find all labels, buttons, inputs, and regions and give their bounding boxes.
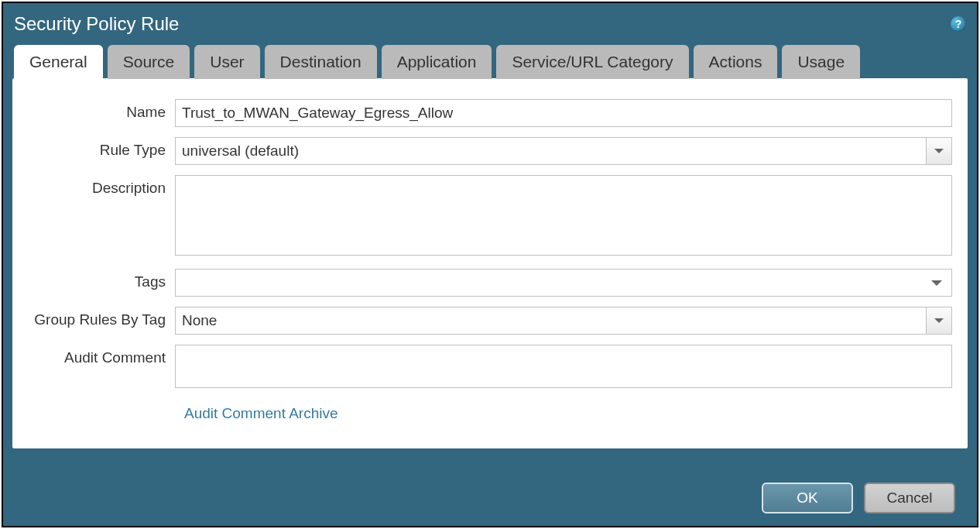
label-name: Name <box>28 99 175 121</box>
form-row-rule-type: Rule Type universal (default) <box>28 137 952 165</box>
dialog-footer: OK Cancel <box>3 469 977 526</box>
tab-general[interactable]: General <box>14 45 103 79</box>
tab-destination[interactable]: Destination <box>265 45 377 79</box>
label-rule-type: Rule Type <box>28 137 175 159</box>
form-row-audit-comment: Audit Comment <box>28 345 952 391</box>
dialog-title: Security Policy Rule <box>14 13 179 35</box>
chevron-down-icon <box>934 318 944 323</box>
rule-type-trigger[interactable] <box>926 137 952 165</box>
description-input[interactable] <box>175 175 952 256</box>
ok-button[interactable]: OK <box>762 483 853 514</box>
form-row-tags: Tags <box>28 269 952 297</box>
label-group-rules-by-tag: Group Rules By Tag <box>28 307 175 328</box>
label-description: Description <box>28 175 175 197</box>
name-input[interactable] <box>175 99 952 127</box>
group-rules-by-tag-value: None <box>175 307 952 335</box>
tab-service-url-category[interactable]: Service/URL Category <box>496 45 688 79</box>
tab-application[interactable]: Application <box>382 45 492 79</box>
tab-actions[interactable]: Actions <box>694 45 778 79</box>
help-icon[interactable]: ? <box>951 16 966 32</box>
form-row-description: Description <box>28 175 952 259</box>
audit-comment-input[interactable] <box>175 345 952 388</box>
label-tags: Tags <box>28 269 175 290</box>
group-rules-by-tag-trigger[interactable] <box>926 307 952 335</box>
security-policy-rule-dialog: Security Policy Rule ? General Source Us… <box>2 2 978 527</box>
label-audit-comment: Audit Comment <box>28 345 175 366</box>
form-row-name: Name <box>28 99 952 127</box>
chevron-down-icon <box>934 149 944 153</box>
tab-source[interactable]: Source <box>108 45 190 79</box>
content-panel: Name Rule Type universal (default) Descr… <box>12 78 968 448</box>
rule-type-select[interactable]: universal (default) <box>175 137 952 165</box>
tags-input[interactable] <box>175 269 952 297</box>
cancel-button[interactable]: Cancel <box>864 483 955 514</box>
chevron-down-icon <box>931 280 942 286</box>
group-rules-by-tag-select[interactable]: None <box>175 307 952 335</box>
dialog-header: Security Policy Rule ? <box>3 3 977 45</box>
rule-type-value: universal (default) <box>175 137 952 165</box>
audit-comment-archive-link[interactable]: Audit Comment Archive <box>184 405 338 421</box>
form-row-group-rules-by-tag: Group Rules By Tag None <box>28 307 952 335</box>
tab-user[interactable]: User <box>194 45 259 79</box>
tab-strip: General Source User Destination Applicat… <box>3 45 977 79</box>
tab-usage[interactable]: Usage <box>782 45 860 79</box>
archive-link-row: Audit Comment Archive <box>28 405 952 422</box>
